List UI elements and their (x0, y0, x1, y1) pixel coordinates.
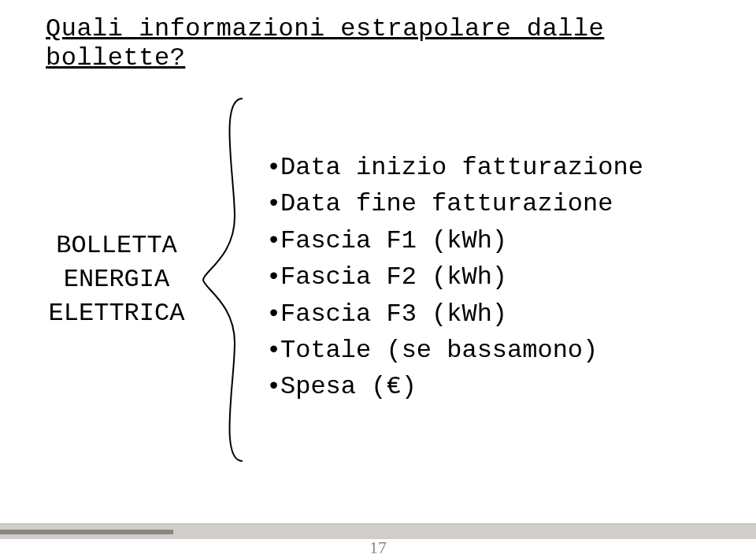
list-item: Fascia F1 (kWh) (266, 223, 643, 259)
list-item: Fascia F3 (kWh) (266, 296, 643, 333)
brace-icon (195, 91, 258, 469)
list-item: Totale (se bassamono) (266, 333, 643, 369)
page-number: 17 (0, 538, 756, 558)
slide-title: Quali informazioni estrapolare dalle bol… (46, 14, 756, 73)
footer-bar (0, 523, 756, 539)
bullet-list: Data inizio fatturazione Data fine fattu… (266, 150, 643, 406)
category-label-line: ENERGIA (38, 262, 195, 296)
list-item: Data fine fatturazione (266, 186, 643, 222)
list-item: Data inizio fatturazione (266, 150, 643, 186)
category-label: BOLLETTA ENERGIA ELETTRICA (38, 229, 195, 331)
footer-accent (0, 530, 173, 534)
list-item: Spesa (€) (266, 369, 643, 405)
list-item: Fascia F2 (kWh) (266, 259, 643, 296)
category-label-line: BOLLETTA (38, 229, 195, 262)
slide: Quali informazioni estrapolare dalle bol… (0, 0, 756, 558)
category-label-line: ELETTRICA (38, 296, 195, 330)
